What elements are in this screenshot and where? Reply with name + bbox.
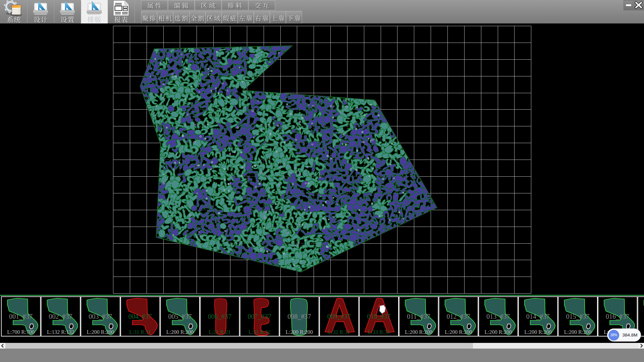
svg-text:004_#37: 004_#37 <box>128 313 152 320</box>
svg-text:015_#37: 015_#37 <box>566 313 589 320</box>
svg-text:L:200 R:200: L:200 R:200 <box>445 329 472 335</box>
svg-text:L:200 R:200: L:200 R:200 <box>564 329 591 335</box>
svg-text:L:200 R:200: L:200 R:200 <box>286 329 313 335</box>
svg-text:002_#37: 002_#37 <box>49 313 72 320</box>
svg-text:005_#37: 005_#37 <box>168 313 192 320</box>
svg-text:013_#37: 013_#37 <box>486 313 510 320</box>
svg-text:011_#37: 011_#37 <box>407 313 430 320</box>
svg-text:L:200 R:200: L:200 R:200 <box>485 329 512 335</box>
svg-text:L:200 R:200: L:200 R:200 <box>166 329 194 335</box>
svg-text:L:31 R:31: L:31 R:31 <box>249 329 270 335</box>
svg-text:L:21 R:21: L:21 R:21 <box>209 329 230 335</box>
svg-text:L:200 R:200: L:200 R:200 <box>87 329 114 335</box>
svg-text:008_#37: 008_#37 <box>287 313 311 320</box>
svg-text:012_#37: 012_#37 <box>447 313 470 320</box>
svg-text:L:200 R:200: L:200 R:200 <box>524 329 551 335</box>
svg-text:L:200 R:200: L:200 R:200 <box>405 329 432 335</box>
svg-text:L:32 R:31: L:32 R:31 <box>328 329 350 335</box>
svg-text:016_#37: 016_#37 <box>606 313 629 320</box>
svg-text:007_#37: 007_#37 <box>248 313 271 320</box>
svg-text:L:700 R:700: L:700 R:700 <box>7 329 34 335</box>
svg-text:L:132 R:132: L:132 R:132 <box>47 329 74 335</box>
svg-text:009_#37: 009_#37 <box>327 313 351 320</box>
svg-text:003_#37: 003_#37 <box>89 313 112 320</box>
svg-text:L:31 R:31: L:31 R:31 <box>129 329 151 335</box>
svg-text:010_#37: 010_#37 <box>367 313 390 320</box>
svg-text:L:33 R:33: L:33 R:33 <box>368 329 390 335</box>
svg-text:001_#37: 001_#37 <box>9 313 33 320</box>
svg-text:014_#37: 014_#37 <box>526 313 550 320</box>
svg-text:006_#37: 006_#37 <box>208 313 231 320</box>
